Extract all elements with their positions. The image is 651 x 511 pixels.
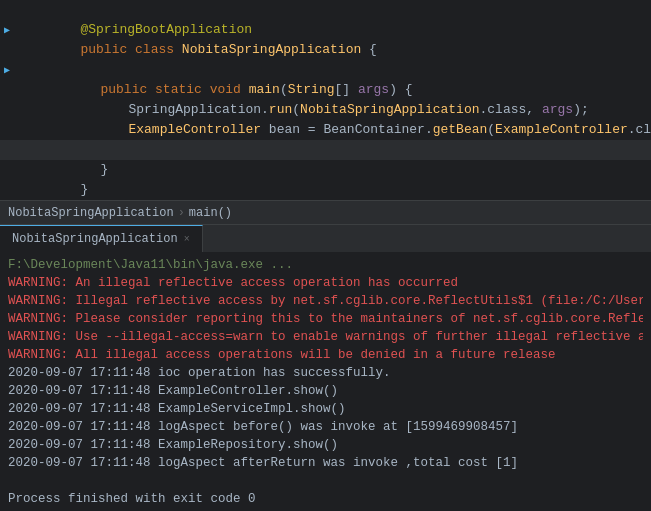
tab-close-button[interactable]: × <box>184 234 190 245</box>
code-line-5: SpringApplication.run(NobitaSpringApplic… <box>0 80 651 100</box>
editor-area: @SpringBootApplication ▶ public class No… <box>0 0 651 200</box>
term-line-6: 2020-09-07 17:11:48 ioc operation has su… <box>8 364 643 382</box>
term-line-4: WARNING: Use --illegal-access=warn to en… <box>8 328 643 346</box>
term-line-0: F:\Development\Java11\bin\java.exe ... <box>8 256 643 274</box>
code-line-6: ExampleController bean = BeanContainer.g… <box>0 100 651 120</box>
tab-label: NobitaSpringApplication <box>12 232 178 246</box>
term-line-2: WARNING: Illegal reflective access by ne… <box>8 292 643 310</box>
code-line-3 <box>0 40 651 60</box>
code-text-9: } <box>14 160 651 200</box>
term-info-6: 2020-09-07 17:11:48 ioc operation has su… <box>8 366 391 380</box>
code-line-2: ▶ public class NobitaSpringApplication { <box>0 20 651 40</box>
term-line-11: 2020-09-07 17:11:48 logAspect afterRetur… <box>8 454 643 472</box>
term-line-8: 2020-09-07 17:11:48 ExampleServiceImpl.s… <box>8 400 643 418</box>
terminal-tab-bar: NobitaSpringApplication × <box>0 224 651 252</box>
code-line-8: } <box>0 140 651 160</box>
term-line-1: WARNING: An illegal reflective access op… <box>8 274 643 292</box>
code-line-4: ▶ public static void main(String[] args)… <box>0 60 651 80</box>
app-container: @SpringBootApplication ▶ public class No… <box>0 0 651 511</box>
term-warn-3: WARNING: Please consider reporting this … <box>8 312 643 326</box>
term-info-7: 2020-09-07 17:11:48 ExampleController.sh… <box>8 384 338 398</box>
term-info-10: 2020-09-07 17:11:48 ExampleRepository.sh… <box>8 438 338 452</box>
line-arrow-2: ▶ <box>0 24 14 36</box>
terminal-output: F:\Development\Java11\bin\java.exe ... W… <box>0 252 651 511</box>
term-warn-4: WARNING: Use --illegal-access=warn to en… <box>8 330 643 344</box>
term-info-9: 2020-09-07 17:11:48 logAspect before() w… <box>8 420 518 434</box>
term-line-13: Process finished with exit code 0 <box>8 490 643 508</box>
term-line-10: 2020-09-07 17:11:48 ExampleRepository.sh… <box>8 436 643 454</box>
breadcrumb-separator: › <box>178 206 185 220</box>
code-line-7: bean.show(); <box>0 120 651 140</box>
term-line-5: WARNING: All illegal access operations w… <box>8 346 643 364</box>
code-text-3 <box>14 40 651 60</box>
breadcrumb-class[interactable]: NobitaSpringApplication <box>8 206 174 220</box>
term-path-text: F:\Development\Java11\bin\java.exe ... <box>8 258 293 272</box>
bottom-section: NobitaSpringApplication × F:\Development… <box>0 224 651 511</box>
breadcrumb-bar: NobitaSpringApplication › main() <box>0 200 651 224</box>
term-warn-5: WARNING: All illegal access operations w… <box>8 348 556 362</box>
term-line-7: 2020-09-07 17:11:48 ExampleController.sh… <box>8 382 643 400</box>
term-line-12 <box>8 472 643 490</box>
code-line-1: @SpringBootApplication <box>0 0 651 20</box>
term-line-3: WARNING: Please consider reporting this … <box>8 310 643 328</box>
term-warn-1: WARNING: An illegal reflective access op… <box>8 276 458 290</box>
term-info-11: 2020-09-07 17:11:48 logAspect afterRetur… <box>8 456 518 470</box>
code-line-9: } <box>0 160 651 180</box>
term-line-9: 2020-09-07 17:11:48 logAspect before() w… <box>8 418 643 436</box>
term-process-text: Process finished with exit code 0 <box>8 492 256 506</box>
terminal-tab[interactable]: NobitaSpringApplication × <box>0 225 203 253</box>
term-warn-2: WARNING: Illegal reflective access by ne… <box>8 294 643 308</box>
line-arrow-4: ▶ <box>0 64 14 76</box>
term-info-8: 2020-09-07 17:11:48 ExampleServiceImpl.s… <box>8 402 346 416</box>
breadcrumb-method[interactable]: main() <box>189 206 232 220</box>
